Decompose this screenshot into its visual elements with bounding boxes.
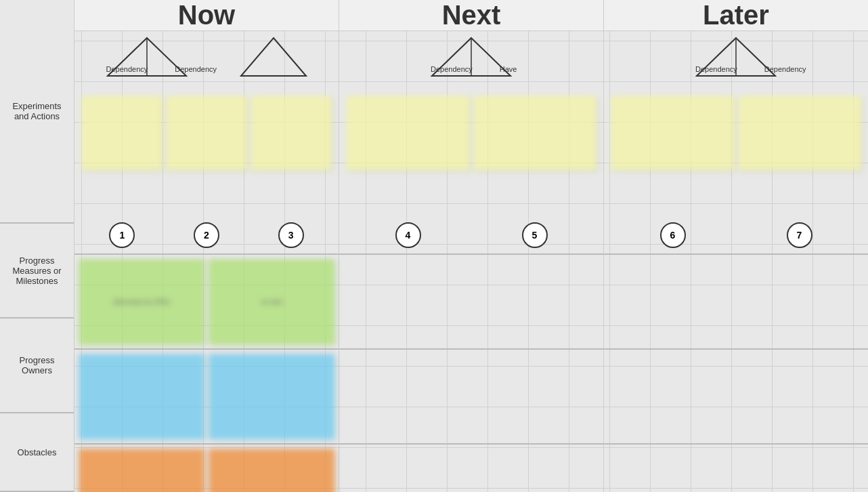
- now-owner-2[interactable]: [209, 354, 334, 439]
- next-sticky-2[interactable]: [473, 96, 597, 170]
- header-row: Now Next Later: [74, 0, 868, 31]
- later-obstacles-row: [604, 445, 868, 492]
- circle-2: 2: [194, 222, 219, 248]
- dependency-2: [240, 37, 307, 77]
- now-sticky-2[interactable]: [166, 96, 247, 170]
- svg-marker-2: [241, 38, 306, 76]
- next-sticky-row: [346, 96, 596, 170]
- circle-6: 6: [660, 222, 686, 248]
- dependency-triangle-2: [240, 37, 307, 77]
- label-owners: Progress Owners: [0, 319, 74, 413]
- later-dep-1: Dependency Dependency: [695, 37, 777, 77]
- dep-label-next-1a: Dependency: [431, 65, 473, 73]
- next-obstacles-row: [339, 445, 603, 492]
- later-header: Later: [604, 0, 868, 30]
- dep-label-1b: Dependency: [175, 65, 217, 73]
- circle-5: 5: [522, 222, 548, 248]
- later-owners-row: [604, 350, 868, 445]
- later-column: Dependency Dependency 6: [604, 31, 868, 492]
- now-measures-row: (decrease by 20%) on and: [74, 255, 339, 350]
- now-column: Dependency Dependency: [74, 31, 339, 492]
- now-owners-row: [74, 350, 339, 445]
- later-circles: 6 7: [604, 222, 868, 248]
- now-label: Now: [178, 0, 235, 30]
- next-label: Next: [442, 0, 501, 30]
- now-measure-1[interactable]: (decrease by 20%): [79, 259, 204, 344]
- dep-label-later-1b: Dependency: [764, 65, 806, 73]
- next-measures-row: [339, 255, 603, 350]
- now-sticky-1[interactable]: [81, 96, 162, 170]
- now-obstacles-row: [74, 445, 339, 492]
- next-dep-1: Dependency Have: [431, 37, 512, 77]
- now-measure-2[interactable]: on and: [209, 259, 334, 344]
- main-content: Now Next Later: [74, 0, 868, 492]
- now-experiments-row: Dependency Dependency: [74, 31, 339, 255]
- measures-label: Progress Measures or Milestones: [5, 255, 68, 286]
- later-sticky-1[interactable]: [611, 96, 735, 170]
- later-sticky-row: [611, 96, 861, 170]
- next-experiments-row: Dependency Have 4: [339, 31, 603, 255]
- main-layout: Experiments and Actions Progress Measure…: [0, 0, 868, 492]
- obstacles-label: Obstacles: [18, 447, 57, 457]
- label-column: Experiments and Actions Progress Measure…: [0, 0, 74, 492]
- dep-label-next-1b: Have: [500, 65, 517, 73]
- owners-label: Progress Owners: [5, 355, 68, 375]
- next-circles: 4 5: [339, 222, 603, 248]
- dependency-1: Dependency Dependency: [106, 37, 188, 77]
- now-obstacle-1[interactable]: [79, 449, 204, 492]
- now-sticky-row: [81, 96, 332, 170]
- dep-label-later-1a: Dependency: [695, 65, 737, 73]
- next-header: Next: [339, 0, 604, 30]
- next-column: Dependency Have 4: [339, 31, 604, 492]
- label-obstacles: Obstacles: [0, 413, 74, 492]
- dep-label-1a: Dependency: [106, 65, 148, 73]
- now-owner-1[interactable]: [79, 354, 204, 439]
- circle-1: 1: [109, 222, 135, 248]
- label-measures: Progress Measures or Milestones: [0, 224, 74, 319]
- next-sticky-1[interactable]: [346, 96, 470, 170]
- now-circles: 1 2 3: [74, 222, 339, 248]
- later-label: Later: [703, 0, 769, 30]
- circle-7: 7: [787, 222, 812, 248]
- experiments-label: Experiments and Actions: [5, 101, 68, 121]
- label-experiments: Experiments and Actions: [0, 0, 74, 224]
- now-sticky-3[interactable]: [251, 96, 332, 170]
- later-experiments-row: Dependency Dependency 6: [604, 31, 868, 255]
- now-header: Now: [74, 0, 339, 30]
- circle-3: 3: [278, 222, 304, 248]
- circle-4: 4: [395, 222, 421, 248]
- content-area: Dependency Dependency: [74, 31, 868, 492]
- later-measures-row: [604, 255, 868, 350]
- now-obstacle-2[interactable]: [209, 449, 334, 492]
- later-sticky-2[interactable]: [738, 96, 862, 170]
- next-owners-row: [339, 350, 603, 445]
